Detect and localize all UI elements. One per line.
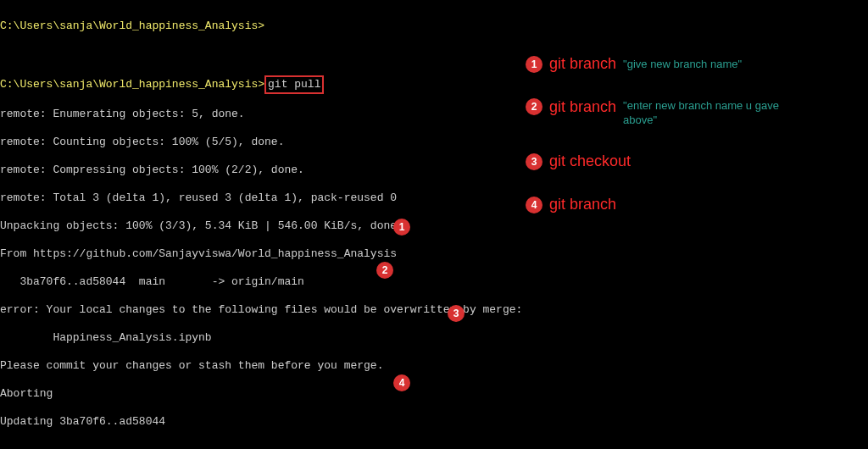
annotation-legend: 1 git branch "give new branch name" 2 gi…: [526, 55, 780, 239]
output-line: Aborting: [0, 387, 868, 402]
inline-badge-4: 4: [393, 374, 410, 391]
anno-badge-3: 3: [526, 153, 542, 170]
output-line: 3ba70f6..ad58044 main -> origin/main: [0, 275, 868, 290]
annotation-row-3: 3 git checkout: [526, 152, 780, 170]
annotation-row-1: 1 git branch "give new branch name": [526, 55, 780, 73]
output-line: Updating 3ba70f6..ad58044: [0, 415, 868, 430]
anno-cmd-4: git branch: [549, 196, 616, 213]
prompt-line[interactable]: C:\Users\sanja\World_happiness_Analysis>: [0, 19, 868, 34]
output-line: Please commit your changes or stash them…: [0, 359, 868, 374]
anno-badge-4: 4: [526, 197, 542, 213]
cmd-git-pull: git pull: [264, 75, 324, 94]
anno-badge-1: 1: [526, 56, 542, 73]
anno-cmd-3: git checkout: [549, 152, 631, 170]
inline-badge-1: 1: [393, 219, 410, 236]
anno-hint-2: "enter new branch name u gave above": [623, 98, 780, 127]
prompt: C:\Users\sanja\World_happiness_Analysis>: [0, 78, 264, 91]
output-line: Happiness_Analysis.ipynb: [0, 331, 868, 346]
annotation-row-4: 4 git branch: [526, 196, 780, 213]
anno-badge-2: 2: [526, 98, 542, 115]
annotation-row-2: 2 git branch "enter new branch name u ga…: [526, 98, 780, 127]
anno-cmd-2: git branch: [549, 98, 616, 116]
anno-hint-1: "give new branch name": [623, 57, 742, 71]
inline-badge-3: 3: [448, 305, 465, 322]
anno-cmd-1: git branch: [549, 55, 616, 73]
output-line: error: Your local changes to the followi…: [0, 303, 868, 318]
inline-badge-2: 2: [376, 262, 393, 279]
output-line: From https://github.com/Sanjayviswa/Worl…: [0, 247, 868, 262]
empty-line: [0, 443, 868, 449]
